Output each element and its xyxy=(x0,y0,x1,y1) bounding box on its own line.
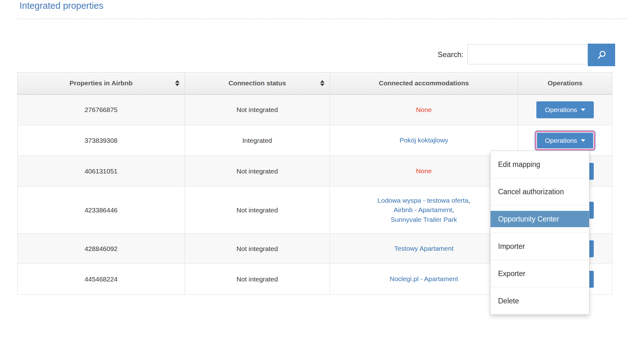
operations-cell: Operations xyxy=(518,94,612,125)
accommodations-cell: Lodowa wyspa - testowa oferta, Airbnb - … xyxy=(330,187,518,234)
property-id-cell: 406131051 xyxy=(18,156,185,187)
sort-icon[interactable] xyxy=(320,80,325,86)
accommodation-link[interactable]: Pokój koktajlowy xyxy=(400,136,448,144)
menu-item-importer[interactable]: Importer xyxy=(491,233,589,260)
property-id-cell: 373839308 xyxy=(18,125,185,156)
accommodation-link[interactable]: Sunnyvale Trailer Park xyxy=(391,216,457,223)
menu-item-label[interactable]: Cancel authorization xyxy=(491,184,589,200)
separator: , xyxy=(452,206,454,213)
accommodation-link[interactable]: Lodowa wyspa - testowa oferta xyxy=(378,197,469,204)
table-header-row: Properties in Airbnb Connection status C… xyxy=(18,72,612,94)
accommodations-cell: Pokój koktajlowy xyxy=(330,125,518,156)
header-properties-in-airbnb[interactable]: Properties in Airbnb xyxy=(18,72,185,94)
accommodations-cell: Noclegi.pl - Apartament xyxy=(330,264,518,295)
menu-item-label[interactable]: Delete xyxy=(491,293,589,309)
sort-icon[interactable] xyxy=(175,80,180,86)
accommodation-none: None xyxy=(416,106,432,113)
title-divider xyxy=(17,19,627,19)
accommodation-link[interactable]: Testowy Apartament xyxy=(394,245,453,252)
search-label: Search: xyxy=(417,50,464,59)
header-label: Connected accommodations xyxy=(379,79,469,87)
menu-item-edit-mapping[interactable]: Edit mapping xyxy=(491,151,589,178)
caret-down-icon xyxy=(581,109,585,111)
header-connection-status[interactable]: Connection status xyxy=(185,72,330,94)
property-id-cell: 423386446 xyxy=(18,187,185,234)
connection-status-cell: Not integrated xyxy=(185,156,330,187)
menu-item-label[interactable]: Edit mapping xyxy=(491,156,589,173)
accommodations-cell: Testowy Apartament xyxy=(330,234,518,264)
connection-status-cell: Not integrated xyxy=(185,187,330,234)
accommodations-cell: None xyxy=(330,156,518,187)
accommodation-link[interactable]: Noclegi.pl - Apartament xyxy=(389,275,458,282)
property-id-cell: 276766875 xyxy=(18,94,185,125)
menu-item-exporter[interactable]: Exporter xyxy=(491,260,589,287)
separator: , xyxy=(468,197,470,204)
operations-button-label: Operations xyxy=(545,106,577,114)
integrated-properties-page: Integrated properties Search: Properties… xyxy=(0,0,644,342)
connection-status-cell: Not integrated xyxy=(185,94,330,125)
operations-button-active[interactable]: Operations xyxy=(536,132,594,149)
connection-status-cell: Not integrated xyxy=(185,234,330,264)
property-id-cell: 445468224 xyxy=(18,264,185,295)
page-title: Integrated properties xyxy=(19,1,104,11)
search-input[interactable] xyxy=(467,44,588,64)
connection-status-cell: Not integrated xyxy=(185,264,330,295)
menu-item-cancel-authorization[interactable]: Cancel authorization xyxy=(491,178,589,206)
accommodation-link[interactable]: Airbnb - Apartament xyxy=(394,206,452,213)
connection-status-cell: Integrated xyxy=(185,125,330,156)
operations-button[interactable]: Operations xyxy=(536,101,594,118)
operations-button-label: Operations xyxy=(545,137,577,144)
property-id-cell: 428846092 xyxy=(18,234,185,264)
search-button[interactable] xyxy=(588,44,615,66)
menu-item-delete[interactable]: Delete xyxy=(491,287,589,314)
accommodations-cell: None xyxy=(330,94,518,125)
header-label: Connection status xyxy=(228,79,286,87)
search-icon xyxy=(597,50,607,60)
menu-item-label[interactable]: Opportunity Center xyxy=(491,211,589,227)
menu-item-opportunity-center[interactable]: Opportunity Center xyxy=(491,206,589,233)
header-connected-accommodations: Connected accommodations xyxy=(330,72,518,94)
header-label: Properties in Airbnb xyxy=(69,79,132,87)
table-row: 276766875 Not integrated None Operations xyxy=(18,94,612,125)
header-operations: Operations xyxy=(518,72,612,94)
operations-dropdown-menu: Edit mapping Cancel authorization Opport… xyxy=(490,151,589,315)
caret-down-icon xyxy=(581,139,585,142)
menu-item-label[interactable]: Importer xyxy=(491,238,589,254)
header-label: Operations xyxy=(548,79,582,87)
accommodation-none: None xyxy=(416,167,432,174)
menu-item-label[interactable]: Exporter xyxy=(491,265,589,282)
